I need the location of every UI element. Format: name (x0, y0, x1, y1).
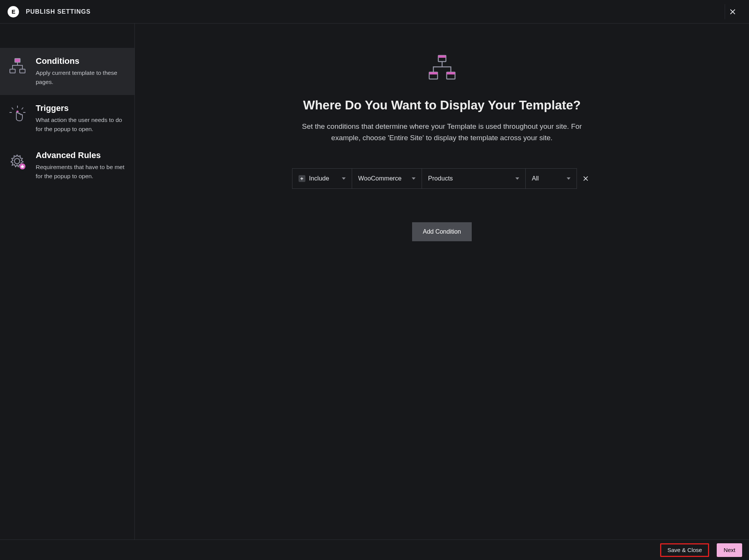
svg-rect-3 (10, 69, 15, 73)
condition-scope-select[interactable]: All (526, 168, 577, 189)
sidebar-item-title: Triggers (36, 103, 125, 113)
sitemap-icon (8, 56, 27, 74)
close-icon (729, 8, 736, 15)
sidebar-item-desc: What action the user needs to do for the… (36, 115, 125, 134)
header-left: E PUBLISH SETTINGS (8, 6, 91, 17)
sidebar-item-desc: Apply current template to these pages. (36, 68, 125, 87)
condition-scope-label: All (532, 175, 539, 182)
sidebar: Conditions Apply current template to the… (0, 24, 135, 539)
svg-rect-16 (429, 72, 438, 74)
sidebar-item-title: Conditions (36, 56, 125, 66)
main-panel: Where Do You Want to Display Your Templa… (135, 24, 749, 539)
sidebar-item-desc: Requirements that have to be met for the… (36, 163, 125, 181)
add-condition-button[interactable]: Add Condition (412, 222, 472, 241)
sidebar-item-conditions[interactable]: Conditions Apply current template to the… (0, 48, 134, 95)
remove-condition-button[interactable] (579, 168, 592, 189)
next-button[interactable]: Next (717, 543, 742, 557)
condition-posttype-select[interactable]: Products (422, 168, 526, 189)
condition-source-select[interactable]: WooCommerce (352, 168, 422, 189)
elementor-logo: E (8, 6, 19, 17)
sidebar-item-triggers[interactable]: Triggers What action the user needs to d… (0, 95, 134, 142)
page-title: PUBLISH SETTINGS (26, 8, 91, 15)
svg-rect-14 (438, 55, 446, 58)
sidebar-text: Conditions Apply current template to the… (36, 56, 125, 87)
chevron-down-icon (567, 177, 570, 180)
trigger-icon (8, 103, 27, 124)
svg-line-6 (12, 108, 13, 109)
hero-sitemap-icon (427, 54, 457, 83)
condition-row: + Include WooCommerce Products All (292, 168, 592, 189)
svg-rect-18 (447, 72, 455, 74)
chevron-down-icon (515, 177, 519, 180)
sidebar-item-advanced-rules[interactable]: Advanced Rules Requirements that have to… (0, 142, 134, 189)
chevron-down-icon (412, 177, 416, 180)
condition-mode-select[interactable]: + Include (292, 168, 352, 189)
save-close-button[interactable]: Save & Close (660, 543, 709, 557)
sidebar-text: Triggers What action the user needs to d… (36, 103, 125, 134)
footer: Save & Close Next (0, 539, 749, 560)
svg-line-7 (22, 108, 23, 109)
condition-source-label: WooCommerce (358, 175, 401, 182)
close-button[interactable] (725, 4, 740, 19)
sidebar-item-title: Advanced Rules (36, 150, 125, 160)
close-icon (583, 176, 589, 182)
condition-mode-label: Include (309, 175, 329, 182)
body: Conditions Apply current template to the… (0, 24, 749, 539)
svg-rect-2 (15, 59, 20, 62)
chevron-down-icon (342, 177, 346, 180)
header: E PUBLISH SETTINGS (0, 0, 749, 24)
plus-icon: + (299, 175, 305, 182)
svg-point-11 (14, 158, 20, 164)
gear-star-icon (8, 150, 27, 171)
svg-rect-4 (20, 69, 25, 73)
condition-posttype-label: Products (428, 175, 453, 182)
sidebar-text: Advanced Rules Requirements that have to… (36, 150, 125, 181)
main-heading: Where Do You Want to Display Your Templa… (303, 98, 581, 112)
main-description: Set the conditions that determine where … (294, 121, 590, 144)
